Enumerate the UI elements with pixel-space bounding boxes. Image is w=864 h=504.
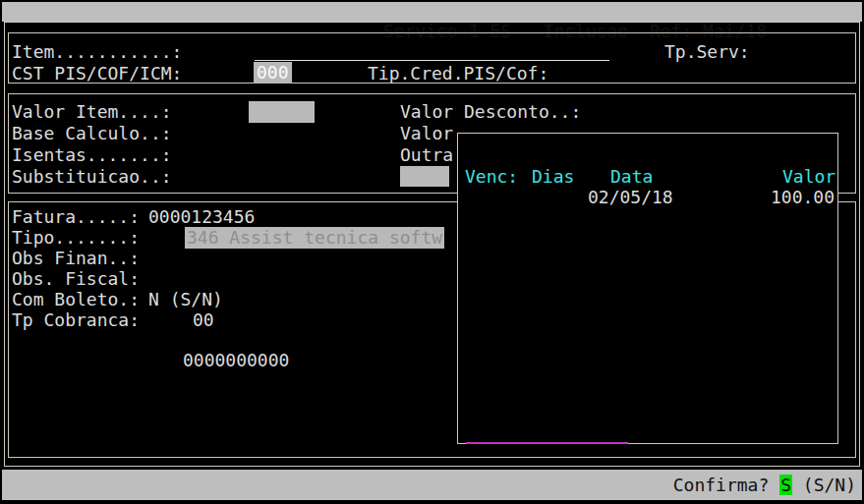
valor-desconto-label: Valor Desconto..: [400, 101, 581, 122]
confirm-options: (S/N) [792, 475, 856, 495]
obs-finan-label: Obs Finan..: [12, 248, 140, 268]
item-label: Item...........: [12, 41, 182, 62]
valor-partial-label: Valor [400, 123, 453, 143]
tp-cobranca-label: Tp Cobranca: [12, 309, 140, 330]
venc-header-data: Data [610, 166, 653, 187]
substituicao-label: Substituicao..: [12, 166, 172, 187]
cst-input[interactable]: 000 [254, 62, 292, 84]
obs-fiscal-label: Obs. Fiscal: [12, 268, 140, 289]
valor-item-input[interactable] [249, 101, 315, 123]
outra-partial-label: Outra [400, 144, 453, 165]
status-bar: Confirma? S (S/N) [2, 470, 862, 500]
base-calculo-label: Base Calculo..: [12, 123, 172, 143]
venc-header-valor: Valor [782, 166, 835, 187]
confirm-label: Confirma? [673, 475, 779, 495]
fatura-label: Fatura.....: [12, 206, 140, 227]
vencimentos-box: Venc: Dias Data Valor 02/05/18 100.00 [457, 133, 838, 444]
fatura-value: 0000123456 [148, 206, 255, 227]
venc-header-label: Venc: [465, 166, 518, 187]
cst-label: CST PIS/COF/ICM: [12, 63, 182, 84]
confirm-input[interactable]: S [779, 475, 792, 495]
confirm-prompt: Confirma? S (S/N) [673, 470, 856, 500]
valor-item-label: Valor Item....: [12, 101, 172, 122]
com-boleto-value[interactable]: N (S/N) [148, 289, 223, 309]
isentas-label: Isentas.......: [12, 144, 172, 165]
substituicao-input[interactable] [400, 166, 449, 187]
tp-cobranca-value[interactable]: 00 [193, 309, 214, 330]
terminal-screen: Servico-1-ES Inclusao Ref: Mai/18 Item..… [0, 0, 864, 504]
venc-row-data: 02/05/18 [588, 187, 673, 207]
item-input[interactable] [255, 60, 609, 61]
tipo-label: Tipo.......: [12, 227, 140, 248]
com-boleto-label: Com Boleto.: [12, 289, 140, 309]
venc-header-dias: Dias [532, 166, 574, 187]
tipo-input[interactable]: 346 Assist tecnica softw [185, 227, 444, 249]
codigo-value: 0000000000 [183, 350, 289, 370]
tip-cred-label: Tip.Cred.PIS/Cof: [368, 63, 548, 84]
tp-serv-label: Tp.Serv: [664, 41, 750, 62]
title-bar: Servico-1-ES Inclusao Ref: Mai/18 [2, 2, 862, 22]
venc-row-valor: 100.00 [771, 187, 835, 207]
magenta-accent-line [466, 442, 628, 444]
